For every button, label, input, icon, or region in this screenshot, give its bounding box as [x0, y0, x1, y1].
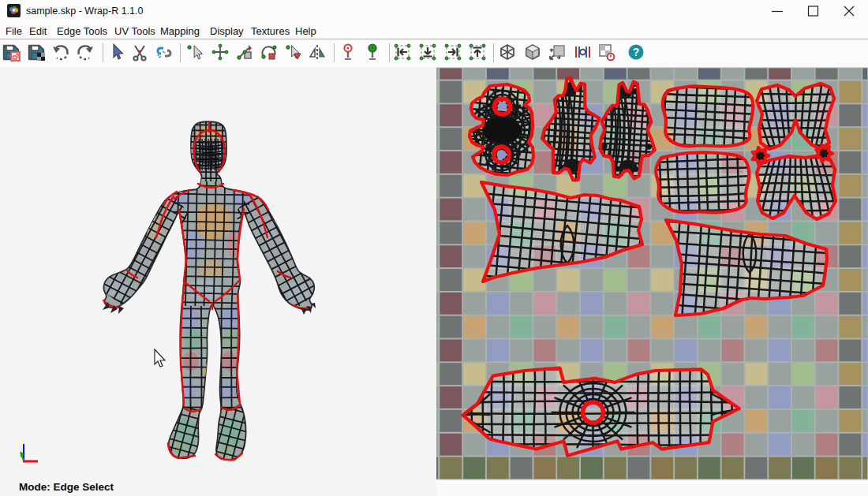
svg-text:?: ?: [633, 46, 640, 58]
